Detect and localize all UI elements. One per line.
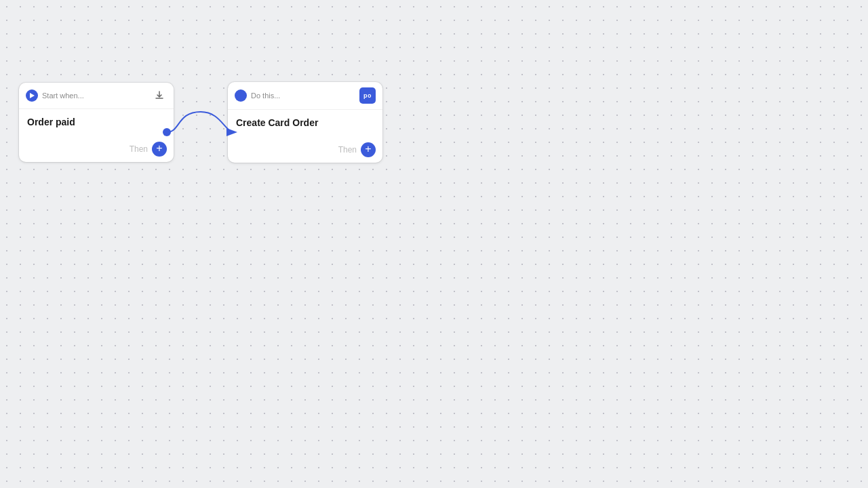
trigger-card[interactable]: Start when... Order paid Then [19, 83, 174, 162]
connector [167, 81, 235, 163]
trigger-add-button[interactable] [152, 142, 167, 157]
action-header-label: Do this... [251, 92, 280, 100]
action-add-button[interactable] [361, 142, 376, 157]
action-card-body: Create Card Order [228, 110, 382, 138]
trigger-card-header-left: Start when... [26, 89, 84, 102]
trigger-card-body: Order paid [19, 109, 174, 138]
circle-blue-icon [235, 89, 247, 102]
connector-svg [167, 81, 235, 163]
po-badge-text: po [363, 92, 372, 99]
action-card-footer: Then [228, 138, 382, 163]
trigger-then-label: Then [130, 144, 148, 154]
trigger-card-title: Order paid [27, 117, 75, 127]
trigger-card-footer: Then [19, 138, 174, 162]
svg-point-1 [163, 128, 171, 136]
action-card[interactable]: Do this... po Create Card Order Then [228, 82, 382, 163]
trigger-header-label: Start when... [42, 92, 84, 100]
canvas: Start when... Order paid Then [0, 0, 868, 488]
workflow-container: Start when... Order paid Then [19, 81, 382, 163]
download-icon[interactable] [152, 88, 167, 103]
action-card-title: Create Card Order [236, 117, 318, 128]
play-icon [26, 89, 38, 102]
action-then-label: Then [338, 145, 357, 155]
action-card-header: Do this... po [228, 82, 382, 110]
trigger-card-header: Start when... [19, 83, 174, 109]
action-card-header-left: Do this... [235, 89, 280, 102]
po-badge: po [359, 87, 376, 104]
